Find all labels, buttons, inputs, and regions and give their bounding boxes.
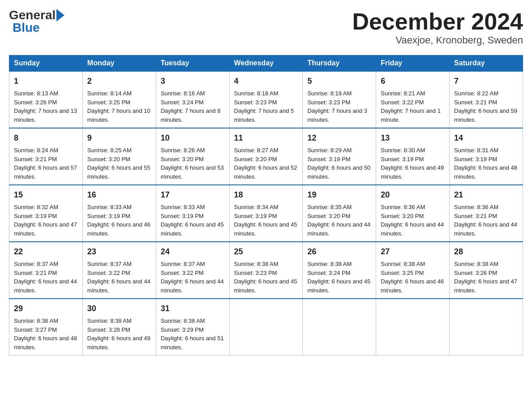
col-thursday: Thursday	[303, 56, 376, 72]
daylight-text: Daylight: 7 hours and 10 minutes.	[87, 107, 150, 123]
daylight-text: Daylight: 6 hours and 44 minutes.	[454, 221, 517, 237]
sunset-text: Sunset: 3:25 PM	[381, 270, 424, 276]
sunset-text: Sunset: 3:19 PM	[161, 213, 204, 219]
sunset-text: Sunset: 3:22 PM	[161, 270, 204, 276]
table-row: 18 Sunrise: 8:34 AM Sunset: 3:19 PM Dayl…	[229, 185, 303, 242]
table-row	[376, 299, 450, 355]
table-row: 13 Sunrise: 8:30 AM Sunset: 3:19 PM Dayl…	[376, 128, 450, 185]
daylight-text: Daylight: 7 hours and 8 minutes.	[161, 107, 221, 123]
sunrise-text: Sunrise: 8:22 AM	[454, 90, 498, 97]
sunset-text: Sunset: 3:23 PM	[307, 99, 350, 106]
daylight-text: Daylight: 6 hours and 47 minutes.	[454, 278, 517, 294]
daylight-text: Daylight: 6 hours and 44 minutes.	[161, 278, 224, 294]
calendar-week-row: 1 Sunrise: 8:13 AM Sunset: 3:26 PM Dayli…	[9, 71, 523, 128]
sunrise-text: Sunrise: 8:38 AM	[454, 261, 498, 267]
table-row: 6 Sunrise: 8:21 AM Sunset: 3:22 PM Dayli…	[376, 71, 450, 128]
day-number: 31	[161, 303, 225, 315]
table-row: 8 Sunrise: 8:24 AM Sunset: 3:21 PM Dayli…	[9, 128, 83, 185]
sunset-text: Sunset: 3:21 PM	[14, 156, 57, 163]
table-row: 1 Sunrise: 8:13 AM Sunset: 3:26 PM Dayli…	[9, 71, 83, 128]
table-row: 27 Sunrise: 8:38 AM Sunset: 3:25 PM Dayl…	[376, 242, 450, 299]
sunset-text: Sunset: 3:29 PM	[161, 326, 204, 333]
sunset-text: Sunset: 3:27 PM	[14, 326, 57, 333]
day-number: 10	[161, 132, 225, 144]
sunrise-text: Sunrise: 8:38 AM	[234, 261, 279, 267]
calendar-title: December 2024	[352, 9, 523, 34]
table-row: 7 Sunrise: 8:22 AM Sunset: 3:21 PM Dayli…	[450, 71, 523, 128]
day-number: 25	[234, 246, 298, 258]
sunset-text: Sunset: 3:19 PM	[87, 213, 130, 219]
sunrise-text: Sunrise: 8:38 AM	[161, 317, 205, 324]
calendar-week-row: 29 Sunrise: 8:38 AM Sunset: 3:27 PM Dayl…	[9, 299, 523, 355]
sunrise-text: Sunrise: 8:38 AM	[14, 317, 58, 324]
table-row: 25 Sunrise: 8:38 AM Sunset: 3:23 PM Dayl…	[229, 242, 303, 299]
calendar-header-row: Sunday Monday Tuesday Wednesday Thursday…	[9, 56, 523, 72]
table-row: 23 Sunrise: 8:37 AM Sunset: 3:22 PM Dayl…	[82, 242, 156, 299]
table-row: 17 Sunrise: 8:33 AM Sunset: 3:19 PM Dayl…	[156, 185, 229, 242]
daylight-text: Daylight: 6 hours and 44 minutes.	[87, 278, 150, 294]
day-number: 22	[14, 246, 78, 258]
daylight-text: Daylight: 6 hours and 45 minutes.	[307, 278, 370, 294]
daylight-text: Daylight: 6 hours and 50 minutes.	[307, 164, 370, 180]
col-saturday: Saturday	[450, 56, 523, 72]
sunset-text: Sunset: 3:21 PM	[454, 213, 497, 219]
sunrise-text: Sunrise: 8:38 AM	[381, 261, 425, 267]
sunset-text: Sunset: 3:20 PM	[87, 156, 130, 163]
title-block: December 2024 Vaexjoe, Kronoberg, Sweden	[352, 9, 523, 46]
sunset-text: Sunset: 3:19 PM	[381, 156, 424, 163]
sunrise-text: Sunrise: 8:24 AM	[14, 147, 58, 154]
daylight-text: Daylight: 6 hours and 55 minutes.	[87, 164, 150, 180]
sunset-text: Sunset: 3:24 PM	[307, 270, 350, 276]
table-row: 30 Sunrise: 8:38 AM Sunset: 3:28 PM Dayl…	[82, 299, 156, 355]
daylight-text: Daylight: 6 hours and 57 minutes.	[14, 164, 77, 180]
day-number: 18	[234, 189, 298, 201]
sunset-text: Sunset: 3:24 PM	[161, 99, 204, 106]
sunset-text: Sunset: 3:22 PM	[87, 270, 130, 276]
col-friday: Friday	[376, 56, 450, 72]
sunset-text: Sunset: 3:28 PM	[87, 326, 130, 333]
sunrise-text: Sunrise: 8:18 AM	[234, 90, 279, 97]
day-number: 24	[161, 246, 225, 258]
calendar-week-row: 22 Sunrise: 8:37 AM Sunset: 3:21 PM Dayl…	[9, 242, 523, 299]
sunset-text: Sunset: 3:19 PM	[307, 156, 350, 163]
table-row: 5 Sunrise: 8:19 AM Sunset: 3:23 PM Dayli…	[303, 71, 376, 128]
sunrise-text: Sunrise: 8:13 AM	[14, 90, 58, 97]
daylight-text: Daylight: 6 hours and 48 minutes.	[454, 164, 517, 180]
sunrise-text: Sunrise: 8:21 AM	[381, 90, 425, 97]
sunset-text: Sunset: 3:21 PM	[14, 270, 57, 276]
daylight-text: Daylight: 6 hours and 51 minutes.	[161, 335, 224, 351]
col-monday: Monday	[82, 56, 156, 72]
table-row: 12 Sunrise: 8:29 AM Sunset: 3:19 PM Dayl…	[303, 128, 376, 185]
sunrise-text: Sunrise: 8:38 AM	[87, 317, 132, 324]
col-tuesday: Tuesday	[156, 56, 229, 72]
sunrise-text: Sunrise: 8:14 AM	[87, 90, 132, 97]
table-row: 21 Sunrise: 8:36 AM Sunset: 3:21 PM Dayl…	[450, 185, 523, 242]
daylight-text: Daylight: 6 hours and 49 minutes.	[381, 164, 444, 180]
daylight-text: Daylight: 7 hours and 1 minute.	[381, 107, 441, 123]
day-number: 19	[307, 189, 371, 201]
table-row: 4 Sunrise: 8:18 AM Sunset: 3:23 PM Dayli…	[229, 71, 303, 128]
table-row: 22 Sunrise: 8:37 AM Sunset: 3:21 PM Dayl…	[9, 242, 83, 299]
day-number: 14	[454, 132, 518, 144]
sunrise-text: Sunrise: 8:31 AM	[454, 147, 498, 154]
logo-triangle-icon	[56, 9, 64, 21]
day-number: 15	[14, 189, 78, 201]
table-row: 31 Sunrise: 8:38 AM Sunset: 3:29 PM Dayl…	[156, 299, 229, 355]
table-row	[450, 299, 523, 355]
daylight-text: Daylight: 7 hours and 13 minutes.	[14, 107, 77, 123]
day-number: 29	[14, 303, 78, 315]
calendar-week-row: 8 Sunrise: 8:24 AM Sunset: 3:21 PM Dayli…	[9, 128, 523, 185]
daylight-text: Daylight: 6 hours and 44 minutes.	[14, 278, 77, 294]
sunrise-text: Sunrise: 8:27 AM	[234, 147, 279, 154]
sunrise-text: Sunrise: 8:33 AM	[87, 204, 132, 210]
page-header: General Blue December 2024 Vaexjoe, Kron…	[9, 9, 523, 46]
sunset-text: Sunset: 3:20 PM	[381, 213, 424, 219]
sunset-text: Sunset: 3:20 PM	[307, 213, 350, 219]
day-number: 7	[454, 75, 518, 87]
logo: General Blue	[9, 9, 64, 34]
day-number: 16	[87, 189, 151, 201]
table-row: 11 Sunrise: 8:27 AM Sunset: 3:20 PM Dayl…	[229, 128, 303, 185]
sunset-text: Sunset: 3:19 PM	[454, 156, 497, 163]
sunrise-text: Sunrise: 8:29 AM	[307, 147, 352, 154]
daylight-text: Daylight: 7 hours and 3 minutes.	[307, 107, 367, 123]
